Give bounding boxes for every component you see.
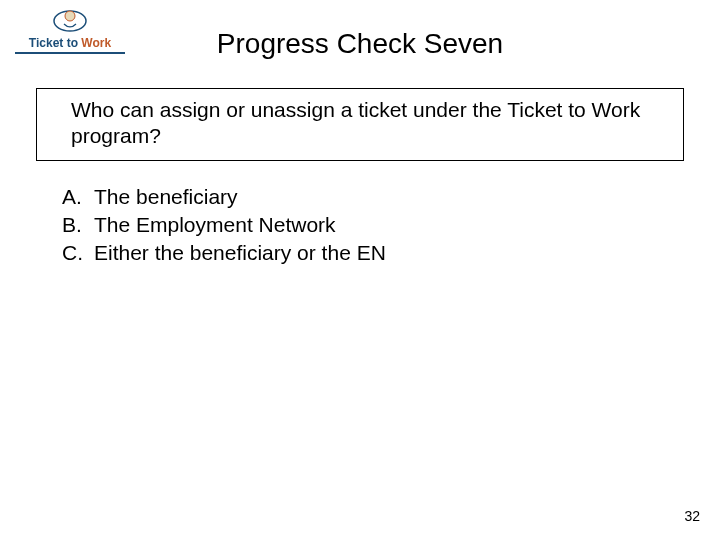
svg-point-1 <box>65 11 75 21</box>
answer-letter: C. <box>62 241 94 265</box>
answer-letter: A. <box>62 185 94 209</box>
ticket-logo-icon <box>50 4 90 34</box>
question-box: Who can assign or unassign a ticket unde… <box>36 88 684 161</box>
answer-letter: B. <box>62 213 94 237</box>
answer-option: A.The beneficiary <box>62 185 720 209</box>
answer-text: The Employment Network <box>94 213 336 236</box>
logo-underline <box>15 52 125 54</box>
ticket-to-work-logo: Ticket to Work <box>10 4 130 54</box>
answer-option: C.Either the beneficiary or the EN <box>62 241 720 265</box>
answer-option: B.The Employment Network <box>62 213 720 237</box>
answer-list: A.The beneficiary B.The Employment Netwo… <box>62 185 720 265</box>
logo-text: Ticket to Work <box>10 36 130 50</box>
answer-text: The beneficiary <box>94 185 238 208</box>
answer-text: Either the beneficiary or the EN <box>94 241 386 264</box>
question-text: Who can assign or unassign a ticket unde… <box>71 98 640 147</box>
page-number: 32 <box>684 508 700 524</box>
